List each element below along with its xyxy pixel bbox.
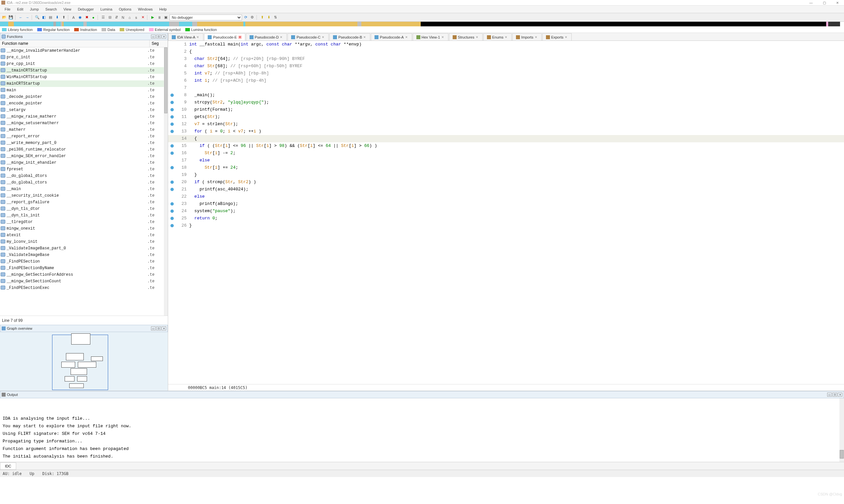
code-line[interactable]: 5 int v7; // [rsp+A8h] [rbp-8h] (168, 70, 844, 77)
function-row[interactable]: _FindPESectionByName.te (0, 265, 164, 271)
menu-view[interactable]: View (60, 7, 74, 11)
scrollbar[interactable] (164, 48, 168, 316)
function-row[interactable]: __main.te (0, 186, 164, 192)
tool-icon[interactable]: A (71, 15, 76, 20)
tab-pseudocode-e[interactable]: Pseudocode-E✕ (204, 33, 245, 40)
graph-overview-canvas[interactable] (0, 332, 168, 391)
breakpoint-gutter[interactable] (168, 171, 176, 179)
code-line[interactable]: 24 system("pause"); (168, 208, 844, 215)
breakpoint-gutter[interactable] (168, 186, 176, 193)
open-icon[interactable]: 📂 (1, 15, 7, 20)
function-row[interactable]: __do_global_ctors.te (0, 179, 164, 186)
breakpoint-gutter[interactable] (168, 149, 176, 157)
menu-jump[interactable]: Jump (27, 7, 42, 11)
function-row[interactable]: __report_gsfailure.te (0, 199, 164, 205)
tool-icon[interactable]: N (120, 15, 126, 20)
function-row[interactable]: _encode_pointer.te (0, 100, 164, 107)
breakpoint-gutter[interactable] (168, 62, 176, 70)
code-line[interactable]: 21 printf(asc_404024); (168, 186, 844, 193)
scroll-thumb[interactable] (840, 450, 844, 458)
menu-options[interactable]: Options (116, 7, 135, 11)
function-row[interactable]: WinMainCRTStartup.te (0, 74, 164, 80)
breakpoint-gutter[interactable] (168, 113, 176, 121)
function-row[interactable]: __mingw_SEH_error_handler.te (0, 153, 164, 159)
tool-icon[interactable]: s (133, 15, 139, 20)
graph-panel-header[interactable]: Graph overview ▭ ⊡ ✕ (0, 325, 168, 332)
code-line[interactable]: 9 strcpy(Str2, "ylqq]aycqyp{"); (168, 99, 844, 106)
function-row[interactable]: _pei386_runtime_relocator.te (0, 146, 164, 153)
code-line[interactable]: 12 v7 = strlen(Str); (168, 121, 844, 128)
breakpoint-gutter[interactable] (168, 142, 176, 149)
tab-close-icon[interactable]: ✕ (476, 36, 479, 39)
menu-edit[interactable]: Edit (14, 7, 27, 11)
function-row[interactable]: __do_global_dtors.te (0, 173, 164, 179)
function-row[interactable]: __write_memory_part_0.te (0, 140, 164, 146)
output-panel-header[interactable]: Output ▭ ⊡ ✕ (0, 391, 844, 398)
col-segment[interactable]: Seg (150, 40, 168, 47)
code-line[interactable]: 6 int i; // [rsp+ACh] [rbp-4h] (168, 77, 844, 84)
function-row[interactable]: __mingw_setusermatherr.te (0, 120, 164, 126)
panel-max-icon[interactable]: ⊡ (156, 35, 161, 38)
tool-icon[interactable]: ⚙ (249, 15, 255, 20)
tool-icon[interactable]: ⟳ (243, 15, 248, 20)
breakpoint-gutter[interactable] (168, 179, 176, 186)
tab-close-icon[interactable]: ✕ (535, 36, 538, 39)
breakpoint-gutter[interactable] (168, 135, 176, 142)
code-line[interactable]: 20 if ( strcmp(Str, Str2) ) (168, 179, 844, 186)
code-line[interactable]: 11 gets(Str); (168, 113, 844, 121)
tab-close-icon[interactable]: ✕ (280, 36, 283, 39)
tool-icon[interactable]: ⇅ (272, 15, 278, 20)
tool-icon[interactable]: ◉ (77, 15, 83, 20)
function-row[interactable]: mingw_onexit.te (0, 225, 164, 232)
function-row[interactable]: __security_init_cookie.te (0, 192, 164, 199)
tool-icon[interactable]: ⊟ (107, 15, 113, 20)
function-row[interactable]: mainCRTStartup.te (0, 80, 164, 87)
breakpoint-gutter[interactable] (168, 48, 176, 55)
code-line[interactable]: 22 else (168, 193, 844, 200)
close-button[interactable]: ✕ (831, 0, 844, 5)
navigation-band[interactable] (0, 22, 844, 26)
function-row[interactable]: my_lconv_init.te (0, 238, 164, 245)
code-line[interactable]: 14 { (168, 135, 844, 142)
panel-undock-icon[interactable]: ▭ (151, 35, 156, 38)
tab-hex-view-1[interactable]: Hex View-1✕ (413, 33, 448, 40)
function-row[interactable]: _FindPESection.te (0, 258, 164, 265)
breakpoint-gutter[interactable] (168, 157, 176, 164)
code-line[interactable]: 2{ (168, 48, 844, 55)
tab-pseudocode-d[interactable]: Pseudocode-D✕ (246, 33, 287, 40)
tool-icon[interactable]: ⬇ (266, 15, 272, 20)
tab-close-icon[interactable]: ✕ (196, 36, 200, 39)
code-line[interactable]: 18 Str[i] += 24; (168, 164, 844, 171)
scrollbar[interactable] (839, 398, 844, 462)
code-line[interactable]: 8 _main(); (168, 92, 844, 99)
breakpoint-gutter[interactable] (168, 77, 176, 84)
tab-close-icon[interactable]: ✕ (405, 36, 409, 39)
function-row[interactable]: __mingw_GetSectionForAddress.te (0, 271, 164, 278)
maximize-button[interactable]: ▢ (817, 0, 831, 5)
function-row[interactable]: atexit.te (0, 232, 164, 238)
breakpoint-gutter[interactable] (168, 222, 176, 229)
panel-max-icon[interactable]: ⊡ (156, 326, 161, 330)
function-row[interactable]: _setargv.te (0, 107, 164, 113)
panel-close-icon[interactable]: ✕ (161, 35, 166, 38)
function-row[interactable]: main.te (0, 87, 164, 93)
code-line[interactable]: 25 return 0; (168, 215, 844, 222)
function-row[interactable]: _matherr.te (0, 126, 164, 133)
function-row[interactable]: _ValidateImageBase.te (0, 252, 164, 258)
function-row[interactable]: __dyn_tls_init.te (0, 212, 164, 219)
breakpoint-gutter[interactable] (168, 92, 176, 99)
breakpoint-gutter[interactable] (168, 99, 176, 106)
functions-list[interactable]: Function name Seg __mingw_invalidParamet… (0, 40, 168, 316)
debugger-select[interactable]: No debugger (170, 15, 242, 20)
function-row[interactable]: __tmainCRTStartup.te (0, 67, 164, 74)
code-view[interactable]: 1int __fastcall main(int argc, const cha… (168, 41, 844, 384)
breakpoint-gutter[interactable] (168, 84, 176, 92)
function-row[interactable]: fpreset.te (0, 166, 164, 173)
stop-icon[interactable]: ▣ (163, 15, 169, 20)
breakpoint-gutter[interactable] (168, 128, 176, 135)
tool-icon[interactable]: ◧ (41, 15, 47, 20)
menu-lumina[interactable]: Lumina (97, 7, 115, 11)
pause-icon[interactable]: ⏸ (156, 15, 162, 20)
function-row[interactable]: __mingw_invalidParameterHandler.te (0, 48, 164, 54)
breakpoint-gutter[interactable] (168, 121, 176, 128)
